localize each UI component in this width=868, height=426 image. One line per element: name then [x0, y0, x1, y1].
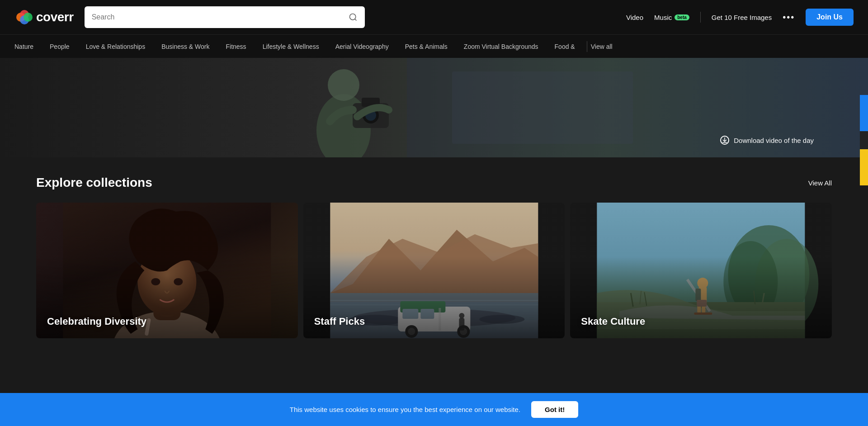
- join-button[interactable]: Join Us: [806, 9, 854, 26]
- nav-free-images[interactable]: Get 10 Free Images: [712, 14, 772, 21]
- collection-label-3: Skate Culture: [581, 316, 645, 327]
- cat-divider: [587, 41, 587, 52]
- collection-card-skate[interactable]: Skate Culture: [570, 203, 832, 338]
- collection-card-diversity[interactable]: Celebrating Diversity: [36, 203, 298, 338]
- logo-text: coverr: [36, 10, 74, 24]
- cat-business[interactable]: Business & Work: [153, 35, 217, 58]
- collection-card-staff[interactable]: Staff Picks: [303, 203, 565, 338]
- download-video-label: Download video of the day: [734, 137, 814, 144]
- cat-pets[interactable]: Pets & Animals: [397, 35, 456, 58]
- nav-divider: [700, 12, 701, 23]
- hero-section: Download video of the day: [0, 58, 868, 157]
- cat-aerial[interactable]: Aerial Videography: [327, 35, 397, 58]
- download-video-button[interactable]: Download video of the day: [720, 136, 814, 145]
- collections-view-all[interactable]: View All: [808, 179, 832, 187]
- header-nav: Video Music beta Get 10 Free Images ••• …: [626, 9, 854, 26]
- cat-nature[interactable]: Nature: [14, 35, 42, 58]
- collections-title: Explore collections: [36, 175, 152, 190]
- nav-music[interactable]: Music beta: [654, 14, 689, 21]
- svg-point-4: [349, 14, 355, 20]
- cat-fitness[interactable]: Fitness: [218, 35, 255, 58]
- logo[interactable]: coverr: [14, 8, 74, 27]
- cat-view-all[interactable]: View all: [591, 43, 613, 50]
- search-icon: [349, 13, 358, 22]
- more-button[interactable]: •••: [783, 12, 795, 23]
- logo-icon: [14, 8, 33, 27]
- nav-video[interactable]: Video: [626, 14, 643, 21]
- header: coverr Video Music beta Get 10 Free Imag…: [0, 0, 868, 34]
- collections-grid: Celebrating Diversity: [36, 203, 832, 338]
- beta-badge: beta: [675, 14, 689, 20]
- cat-people[interactable]: People: [42, 35, 78, 58]
- svg-rect-14: [452, 71, 633, 144]
- cat-love[interactable]: Love & Relationships: [78, 35, 154, 58]
- category-nav: Nature People Love & Relationships Busin…: [0, 34, 868, 58]
- collections-header: Explore collections View All: [36, 175, 832, 190]
- side-dec-yellow: [860, 149, 868, 185]
- cat-zoom[interactable]: Zoom Virtual Backgrounds: [456, 35, 547, 58]
- side-decoration: [860, 95, 868, 185]
- side-dec-dark: [860, 131, 868, 149]
- side-dec-blue: [860, 95, 868, 131]
- download-icon: [720, 136, 729, 145]
- search-bar: [85, 6, 365, 28]
- svg-point-3: [24, 13, 33, 22]
- svg-line-5: [355, 19, 357, 21]
- collection-label-2: Staff Picks: [314, 316, 365, 327]
- music-label: Music: [654, 14, 672, 21]
- search-button[interactable]: [349, 13, 358, 22]
- cat-lifestyle[interactable]: Lifestyle & Wellness: [255, 35, 327, 58]
- cat-food[interactable]: Food &: [547, 35, 583, 58]
- collection-label-1: Celebrating Diversity: [47, 316, 146, 327]
- svg-point-8: [328, 69, 359, 101]
- collections-section: Explore collections View All: [0, 157, 868, 356]
- search-input[interactable]: [92, 13, 349, 21]
